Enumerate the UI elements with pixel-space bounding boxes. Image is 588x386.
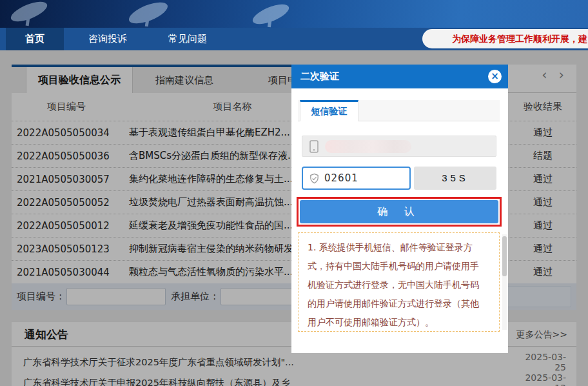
shield-check-icon xyxy=(309,173,320,184)
verification-code-value: 02601 xyxy=(324,172,358,184)
second-verification-modal: 二次验证 × 短信验证 02601 35S 确 认 1. 系统提供手机短信、邮件… xyxy=(291,65,508,353)
nav-item-complaints[interactable]: 咨询投诉 xyxy=(72,28,144,50)
instruction-paragraph: 1. 系统提供手机短信、邮件等验证登录方式，持有中国大陆手机号码的用户请使用手机… xyxy=(308,238,486,332)
verification-instructions: 1. 系统提供手机短信、邮件等验证登录方式，持有中国大陆手机号码的用户请使用手机… xyxy=(298,232,500,332)
verification-code-input[interactable]: 02601 xyxy=(302,167,411,190)
scrollbar-thumb[interactable] xyxy=(502,236,507,276)
nav-item-home[interactable]: 首页 xyxy=(6,28,64,50)
redacted-phone-number xyxy=(325,140,411,153)
satellite-dishes-illustration xyxy=(0,0,303,28)
main-nav: 首页 咨询投诉 常见问题 为保障业务管理工作顺利开展，建 xyxy=(0,28,588,50)
close-icon[interactable]: × xyxy=(488,70,502,83)
verification-tabstrip: 短信验证 xyxy=(298,100,500,121)
site-banner xyxy=(0,0,588,28)
scrolling-notice: 为保障业务管理工作顺利开展，建 xyxy=(422,29,588,48)
instructions-scrollbar xyxy=(502,234,507,330)
phone-icon xyxy=(309,140,318,153)
confirm-button[interactable]: 确 认 xyxy=(300,200,498,223)
resend-countdown-button[interactable]: 35S xyxy=(414,167,496,190)
tab-sms-verification[interactable]: 短信验证 xyxy=(300,100,358,121)
modal-header: 二次验证 × xyxy=(291,65,508,88)
modal-title: 二次验证 xyxy=(300,70,339,82)
masked-phone-field xyxy=(302,136,496,157)
nav-item-faq[interactable]: 常见问题 xyxy=(152,28,224,50)
confirm-highlight-box: 确 认 xyxy=(297,197,502,227)
